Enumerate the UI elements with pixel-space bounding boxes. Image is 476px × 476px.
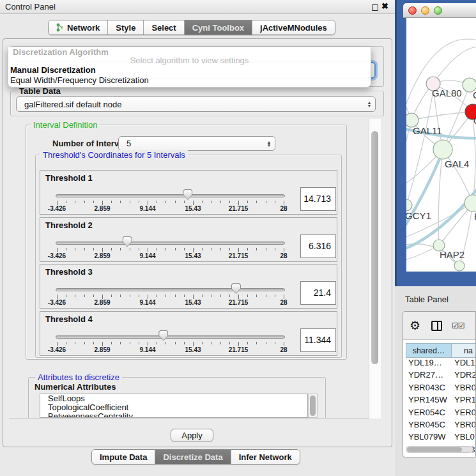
network-node-gcy1[interactable] bbox=[406, 199, 412, 211]
node-label: GAL4 bbox=[445, 158, 469, 169]
table-row[interactable]: YBR043CYBR0 bbox=[406, 383, 476, 395]
popup-item[interactable]: Manual Discretization bbox=[10, 65, 96, 75]
slider-tick bbox=[66, 295, 66, 297]
table-data-combobox[interactable]: galFiltered.sif default node ▲▼ bbox=[16, 96, 376, 112]
thresholds-group-label: Threshold's Coordinates for 5 Intervals bbox=[40, 150, 188, 160]
zoom-traffic-light-icon[interactable] bbox=[434, 6, 442, 15]
slider-thumb[interactable] bbox=[231, 283, 241, 294]
node-label: C bbox=[473, 115, 476, 126]
tab-jactivemnodules[interactable]: jActiveMNodules bbox=[252, 20, 335, 35]
slider-thumb[interactable] bbox=[123, 236, 132, 247]
tab-cyni-toolbox[interactable]: Cyni Toolbox bbox=[185, 20, 252, 35]
cell-shared-name: YPR145W bbox=[406, 395, 452, 407]
control-panel-titlebar: Control Panel ✖ bbox=[0, 0, 395, 14]
minimize-traffic-light-icon[interactable] bbox=[421, 6, 429, 15]
network-icon bbox=[56, 23, 64, 32]
slider-tick bbox=[93, 342, 94, 344]
network-node-h[interactable] bbox=[464, 195, 476, 211]
slider-tick bbox=[102, 201, 103, 205]
attribute-list-item[interactable]: TopologicalCoefficient bbox=[40, 403, 307, 412]
tab-label: Infer Network bbox=[239, 452, 292, 462]
column-header-shared[interactable]: shared… bbox=[406, 343, 452, 358]
table-row[interactable]: YER054CYER0 bbox=[406, 408, 476, 420]
network-node-gal4[interactable] bbox=[433, 140, 452, 159]
cell-name: YBR0 bbox=[452, 420, 476, 432]
tab-discretize-data[interactable]: Discretize Data bbox=[155, 450, 231, 464]
table-row[interactable]: YDL19…YDL1 bbox=[406, 358, 476, 370]
network-window-titlebar[interactable] bbox=[403, 3, 476, 18]
tab-infer-network[interactable]: Infer Network bbox=[231, 450, 300, 464]
network-node[interactable] bbox=[454, 261, 464, 271]
slider-tick bbox=[66, 342, 66, 344]
slider-tick bbox=[247, 248, 248, 250]
network-graph: GAL80GACGAL11GAL4GCY1HHAP2 bbox=[406, 18, 476, 272]
float-window-icon[interactable] bbox=[372, 4, 378, 11]
attribute-list-item[interactable]: SelfLoops bbox=[40, 394, 307, 403]
slider-tick bbox=[247, 201, 248, 203]
slider-tick bbox=[256, 295, 257, 297]
popup-placeholder-item[interactable]: Select algorithm to view settings bbox=[8, 56, 371, 65]
slider-thumb[interactable] bbox=[183, 189, 192, 200]
table-row[interactable]: YPR145WYPR1 bbox=[406, 395, 476, 407]
slider-track[interactable] bbox=[56, 335, 285, 339]
slider-tick bbox=[111, 295, 112, 297]
slider-tick bbox=[275, 342, 275, 344]
slider-tick bbox=[165, 295, 166, 297]
cell-name: YBL0 bbox=[452, 432, 475, 444]
apply-button[interactable]: Apply bbox=[171, 429, 213, 442]
close-icon[interactable]: ✖ bbox=[381, 1, 388, 11]
slider-track[interactable] bbox=[56, 288, 285, 291]
slider-tick bbox=[75, 201, 75, 203]
checkboxes-icon[interactable]: ☑☑ bbox=[452, 321, 464, 330]
table-horizontal-scrollbar[interactable] bbox=[406, 446, 473, 453]
slider-tick bbox=[120, 201, 121, 203]
slider-tick bbox=[229, 248, 230, 250]
tab-impute-data[interactable]: Impute Data bbox=[92, 450, 155, 464]
tab-label: Network bbox=[67, 23, 100, 33]
slider-tick bbox=[130, 248, 130, 250]
numerical-attributes-list[interactable]: SelfLoopsTopologicalCoefficientBetweenne… bbox=[40, 394, 308, 418]
threshold-label: Threshold 4 bbox=[45, 314, 93, 324]
cell-shared-name: YBR043C bbox=[406, 383, 452, 395]
columns-icon[interactable] bbox=[431, 321, 442, 331]
table-panel: Table Panel ⚙ ☑☑ shared… na YDL19…YDL1YD… bbox=[395, 286, 476, 476]
threshold-value-field[interactable]: 21.4 bbox=[300, 281, 336, 305]
threshold-value-field[interactable]: 11.344 bbox=[300, 328, 336, 352]
slider-tick-label: 9.144 bbox=[139, 346, 155, 353]
tab-label: Impute Data bbox=[100, 452, 147, 462]
settings-scrollbar[interactable] bbox=[369, 119, 381, 418]
slider-tick bbox=[284, 295, 284, 299]
threshold-value-field[interactable]: 14.713 bbox=[300, 187, 336, 211]
slider-tick bbox=[148, 295, 148, 299]
table-row[interactable]: YBR045CYBR0 bbox=[406, 420, 476, 432]
network-window[interactable]: GAL80GACGAL11GAL4GCY1HHAP2 bbox=[395, 0, 476, 286]
slider-tick bbox=[130, 201, 130, 203]
table-body: YDL19…YDL1YDR27…YDR2YBR043CYBR0YPR145WYP… bbox=[406, 358, 476, 438]
slider-tick-label: 2.859 bbox=[94, 205, 110, 212]
slider-tick bbox=[184, 295, 185, 297]
slider-tick bbox=[266, 248, 266, 250]
network-canvas[interactable]: GAL80GACGAL11GAL4GCY1HHAP2 bbox=[406, 18, 476, 272]
table-row[interactable]: YIL052CYIL0 bbox=[406, 457, 476, 457]
tab-style[interactable]: Style bbox=[108, 20, 144, 35]
slider-tick bbox=[102, 295, 103, 299]
slider-track[interactable] bbox=[56, 242, 285, 245]
screenshot-root: Control Panel ✖ NetworkStyleSelectCyni T… bbox=[0, 0, 476, 476]
bottom-tab-bar: Impute DataDiscretize DataInfer Network bbox=[91, 449, 300, 464]
slider-tick-label: -3.426 bbox=[48, 205, 66, 212]
table-row[interactable]: YBL079WYBL0 bbox=[406, 432, 476, 444]
slider-thumb[interactable] bbox=[158, 330, 168, 341]
column-header-name[interactable]: na bbox=[452, 343, 476, 358]
slider-tick-label: 21.715 bbox=[229, 299, 249, 306]
attributes-list-scrollbar[interactable] bbox=[308, 394, 318, 418]
number-of-intervals-combobox[interactable]: 5 ▲▼ bbox=[118, 136, 275, 151]
table-row[interactable]: YDR27…YDR2 bbox=[406, 370, 476, 382]
tab-network[interactable]: Network bbox=[49, 20, 108, 35]
threshold-value-field[interactable]: 6.316 bbox=[300, 234, 336, 258]
attribute-list-item[interactable]: BetweennessCentrality bbox=[40, 412, 307, 418]
close-traffic-light-icon[interactable] bbox=[408, 6, 417, 15]
tab-select[interactable]: Select bbox=[144, 20, 184, 35]
slider-track[interactable] bbox=[56, 194, 285, 197]
popup-item[interactable]: Equal Width/Frequency Discretization bbox=[10, 75, 149, 85]
gear-icon[interactable]: ⚙ bbox=[410, 318, 420, 333]
